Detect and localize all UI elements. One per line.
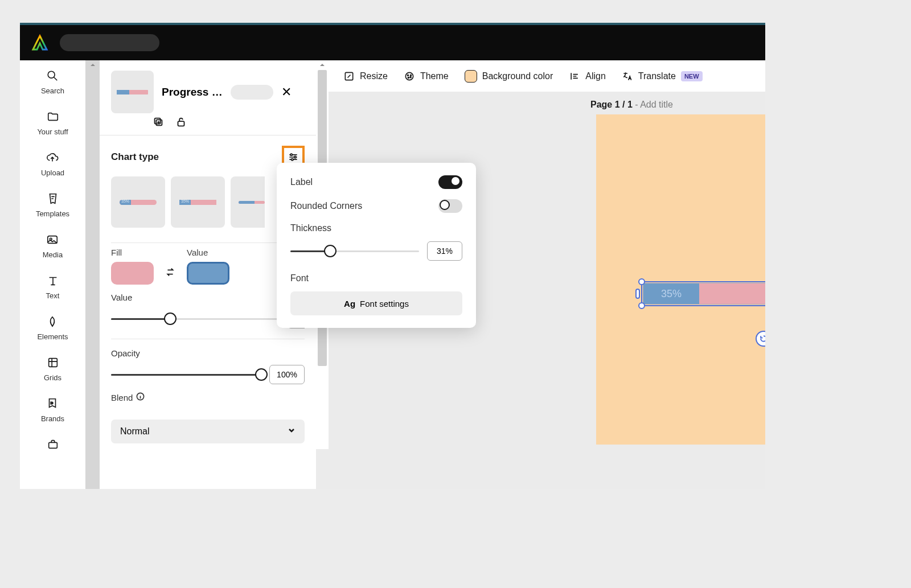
popover-rounded-text: Rounded Corners	[290, 201, 362, 211]
nav-your-stuff[interactable]: Your stuff	[37, 110, 68, 136]
nav-label: Grids	[44, 373, 61, 382]
templates-icon	[46, 192, 60, 205]
page-info[interactable]: Page 1 / 1 - Add title	[590, 100, 673, 110]
app-window: Search Your stuff Upload Templates Media…	[20, 23, 765, 489]
thickness-input[interactable]: 31%	[427, 241, 462, 261]
svg-point-9	[290, 154, 292, 155]
nav-label: Media	[43, 250, 63, 259]
translate-button[interactable]: Translate NEW	[622, 71, 703, 82]
brands-icon	[46, 397, 59, 410]
nav-label: Upload	[41, 168, 64, 177]
chart-type-label: Chart type	[111, 151, 159, 163]
thickness-slider[interactable]	[290, 250, 419, 252]
svg-rect-4	[48, 359, 57, 367]
thickness-label: Thickness	[290, 223, 462, 233]
scroll-up-icon[interactable]	[85, 60, 100, 69]
theme-button[interactable]: Theme	[404, 71, 449, 82]
svg-line-1	[54, 77, 58, 81]
opacity-input[interactable]: 100%	[269, 365, 305, 384]
nav-label: Your stuff	[37, 128, 68, 136]
chart-type-option-square[interactable]: 35%	[171, 176, 225, 228]
blend-label: Blend	[111, 393, 133, 402]
element-title: Progress …	[162, 86, 223, 98]
media-icon	[46, 233, 59, 246]
opacity-label: Opacity	[111, 348, 305, 358]
scroll-up-icon[interactable]	[316, 60, 329, 69]
nav-label: Text	[46, 291, 60, 300]
svg-point-0	[48, 71, 55, 78]
nav-upload[interactable]: Upload	[41, 151, 64, 177]
selection-outline	[641, 281, 765, 306]
close-icon[interactable]: ✕	[281, 85, 292, 100]
grids-icon	[46, 356, 60, 369]
svg-rect-5	[48, 442, 57, 448]
svg-point-18	[410, 76, 411, 77]
svg-point-11	[292, 159, 293, 161]
nav-elements[interactable]: Elements	[37, 315, 68, 341]
blend-value: Normal	[120, 426, 150, 437]
swap-colors-icon[interactable]	[164, 266, 177, 281]
panel-scrollbar-left[interactable]	[85, 60, 100, 489]
nav-brands[interactable]: Brands	[41, 397, 64, 423]
svg-rect-8	[178, 121, 184, 126]
rounded-corners-toggle[interactable]	[438, 199, 462, 213]
fill-color-label: Fill	[111, 248, 154, 257]
align-button[interactable]: Align	[569, 71, 606, 82]
upload-cloud-icon	[46, 151, 59, 165]
resize-button[interactable]: Resize	[343, 71, 388, 82]
selection-handle[interactable]	[638, 278, 645, 285]
progress-bar-element[interactable]: 35%	[643, 283, 765, 305]
label-toggle[interactable]	[438, 175, 462, 189]
text-icon	[46, 274, 60, 287]
value-slider[interactable]	[111, 318, 280, 320]
nav-more[interactable]	[46, 438, 60, 451]
nav-label: Elements	[37, 332, 68, 341]
canvas-toolbar: Resize Theme Background color Align Tran…	[329, 60, 765, 92]
value-color-label: Value	[187, 248, 229, 257]
font-settings-button[interactable]: Ag Font settings	[290, 291, 462, 315]
selection-handle[interactable]	[635, 289, 640, 299]
bg-swatch-icon	[465, 70, 477, 83]
elements-icon	[46, 315, 59, 328]
new-badge: NEW	[681, 71, 703, 81]
blend-select[interactable]: Normal	[111, 420, 305, 443]
svg-point-10	[294, 156, 296, 158]
svg-point-14	[405, 72, 413, 80]
element-tag-pill[interactable]	[231, 85, 273, 100]
folder-icon	[46, 110, 60, 124]
fill-color-swatch[interactable]	[111, 262, 154, 285]
nav-grids[interactable]: Grids	[44, 356, 61, 382]
nav-media[interactable]: Media	[43, 233, 63, 259]
svg-point-15	[407, 75, 408, 76]
svg-point-17	[408, 77, 409, 78]
artboard[interactable]: 35%	[596, 114, 765, 445]
duplicate-icon[interactable]	[152, 116, 165, 130]
nav-label: Brands	[41, 414, 64, 423]
top-bar	[20, 25, 765, 60]
search-icon	[46, 69, 59, 83]
chevron-down-icon	[288, 426, 296, 437]
briefcase-icon	[46, 438, 60, 451]
popover-label-text: Label	[290, 177, 313, 187]
chart-type-option-thin[interactable]	[231, 176, 265, 228]
nav-templates[interactable]: Templates	[36, 192, 69, 218]
font-label: Font	[290, 273, 462, 283]
nav-text[interactable]: Text	[46, 274, 60, 300]
background-color-button[interactable]: Background color	[465, 70, 553, 83]
chart-settings-popover: Label Rounded Corners Thickness 31% Font…	[277, 163, 476, 328]
app-logo-icon[interactable]	[31, 34, 48, 51]
nav-label: Templates	[36, 209, 69, 218]
reset-rotation-button[interactable]	[756, 331, 765, 347]
value-color-swatch[interactable]	[187, 262, 229, 285]
info-icon[interactable]	[136, 392, 145, 402]
element-thumbnail	[111, 71, 154, 113]
svg-rect-7	[155, 118, 161, 124]
nav-search[interactable]: Search	[41, 69, 64, 95]
nav-label: Search	[41, 87, 64, 95]
opacity-slider[interactable]	[111, 374, 261, 376]
unlock-icon[interactable]	[175, 116, 187, 130]
selection-handle[interactable]	[638, 302, 645, 309]
document-title-pill[interactable]	[60, 34, 159, 51]
chart-type-option-rounded[interactable]: 35%	[111, 176, 165, 228]
value-slider-label: Value	[111, 293, 305, 302]
